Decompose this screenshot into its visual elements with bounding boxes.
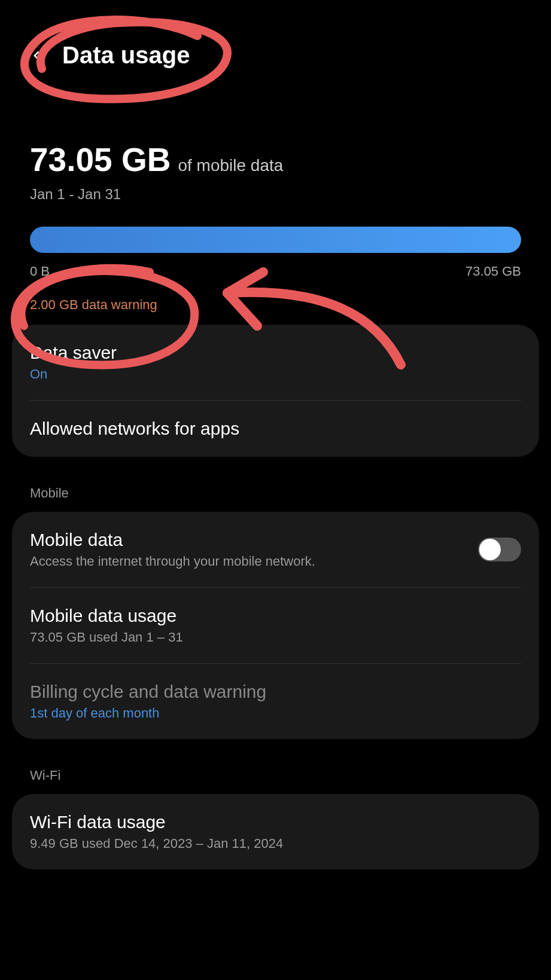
card-mobile: Mobile data Access the internet through … <box>12 512 539 739</box>
toggle-knob <box>479 539 501 560</box>
data-saver-title: Data saver <box>30 343 521 363</box>
mobile-data-title: Mobile data <box>30 530 478 550</box>
usage-label: of mobile data <box>178 156 283 175</box>
wifi-data-usage-item[interactable]: Wi-Fi data usage 9.49 GB used Dec 14, 20… <box>12 794 539 869</box>
mobile-data-sub: Access the internet through your mobile … <box>30 554 478 569</box>
allowed-networks-item[interactable]: Allowed networks for apps <box>12 401 539 457</box>
usage-line: 73.05 GB of mobile data <box>30 141 521 179</box>
usage-period: Jan 1 - Jan 31 <box>30 186 521 203</box>
card-data-options: Data saver On Allowed networks for apps <box>12 325 539 457</box>
mobile-data-usage-title: Mobile data usage <box>30 606 521 626</box>
bar-labels: 0 B 73.05 GB <box>30 264 521 279</box>
back-icon[interactable] <box>30 48 44 63</box>
section-header-wifi: Wi-Fi <box>0 739 551 794</box>
mobile-data-item[interactable]: Mobile data Access the internet through … <box>12 512 539 587</box>
bar-min-label: 0 B <box>30 264 50 279</box>
section-header-mobile: Mobile <box>0 457 551 512</box>
mobile-data-usage-sub: 73.05 GB used Jan 1 – 31 <box>30 630 521 645</box>
billing-cycle-title: Billing cycle and data warning <box>30 682 521 702</box>
wifi-usage-sub: 9.49 GB used Dec 14, 2023 – Jan 11, 2024 <box>30 836 521 851</box>
header: Data usage <box>0 0 551 69</box>
mobile-data-usage-item[interactable]: Mobile data usage 73.05 GB used Jan 1 – … <box>12 588 539 663</box>
data-warning-label: 2.00 GB data warning <box>30 297 521 313</box>
data-saver-status: On <box>30 367 521 382</box>
bar-max-label: 73.05 GB <box>465 264 521 279</box>
usage-summary: 73.05 GB of mobile data Jan 1 - Jan 31 0… <box>0 69 551 313</box>
usage-value: 73.05 GB <box>30 141 171 179</box>
data-saver-item[interactable]: Data saver On <box>12 325 539 400</box>
allowed-networks-title: Allowed networks for apps <box>30 419 521 439</box>
card-wifi: Wi-Fi data usage 9.49 GB used Dec 14, 20… <box>12 794 539 869</box>
wifi-usage-title: Wi-Fi data usage <box>30 812 521 832</box>
usage-progress-bar[interactable] <box>30 227 521 253</box>
mobile-data-toggle[interactable] <box>478 538 521 561</box>
billing-cycle-sub: 1st day of each month <box>30 706 521 721</box>
billing-cycle-item[interactable]: Billing cycle and data warning 1st day o… <box>12 664 539 739</box>
page-title: Data usage <box>62 42 190 69</box>
